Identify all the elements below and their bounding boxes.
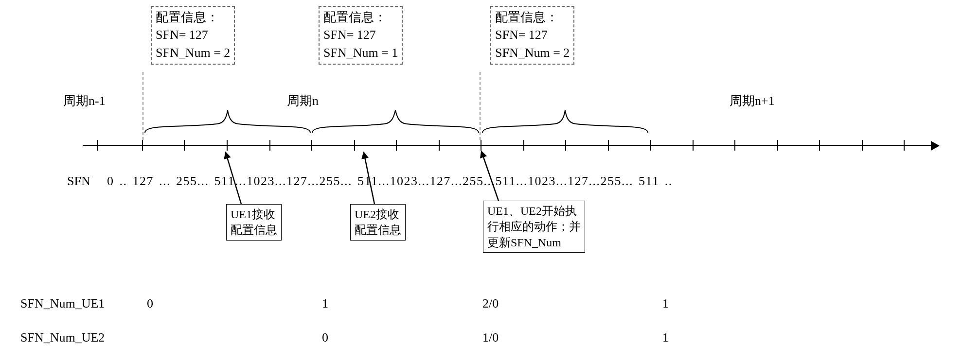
row1-v2: 2/0 (482, 296, 499, 311)
config-sfnnum: SFN_Num = 2 (156, 44, 230, 62)
row1-v1: 1 (322, 296, 328, 311)
pointer-arrow-both (479, 149, 508, 207)
row2-label: SFN_Num_UE2 (20, 330, 105, 345)
config-sfn: SFN= 127 (156, 26, 230, 44)
period-start-divider (143, 72, 143, 140)
event-ue1-line2: 配置信息 (231, 222, 277, 238)
config-title: 配置信息： (495, 9, 570, 26)
brace-1 (144, 109, 311, 134)
period-nplus1-label: 周期n+1 (730, 92, 775, 109)
row1-v0: 0 (147, 296, 153, 311)
arrowhead-right-icon (931, 141, 940, 151)
event-ue2-box: UE2接收 配置信息 (350, 204, 406, 241)
config-sfn: SFN= 127 (323, 26, 398, 44)
event-ue1-line1: UE1接收 (231, 207, 277, 222)
svg-line-1 (364, 153, 374, 204)
period-n-label: 周期n (287, 92, 319, 109)
timeline (83, 136, 939, 155)
svg-line-2 (481, 152, 499, 202)
row2-v0: 0 (322, 330, 328, 345)
event-both-box: UE1、UE2开始执 行相应的动作；并 更新SFN_Num (483, 201, 585, 253)
pointer-arrow-ue1 (222, 150, 251, 208)
config-box-2: 配置信息： SFN= 127 SFN_Num = 1 (319, 6, 403, 65)
period-nminus1-label: 周期n-1 (63, 92, 106, 109)
svg-line-0 (226, 153, 241, 204)
row2-v1: 1/0 (482, 330, 499, 345)
event-both-line3: 更新SFN_Num (487, 235, 581, 250)
row1-label: SFN_Num_UE1 (20, 296, 105, 311)
pointer-arrow-ue2 (360, 150, 384, 208)
config-title: 配置信息： (323, 9, 398, 26)
config-box-1: 配置信息： SFN= 127 SFN_Num = 2 (151, 6, 235, 65)
brace-3 (481, 109, 649, 134)
event-ue1-box: UE1接收 配置信息 (226, 204, 282, 241)
row2-v2: 1 (662, 330, 669, 345)
brace-2 (311, 109, 480, 134)
row1-v3: 1 (662, 296, 669, 311)
config-title: 配置信息： (156, 9, 230, 26)
period-end-divider (480, 72, 481, 140)
event-ue2-line2: 配置信息 (355, 222, 401, 238)
config-sfnnum: SFN_Num = 1 (323, 44, 398, 62)
event-both-line1: UE1、UE2开始执 (487, 203, 581, 219)
sfn-values-strip: 0 .. 127 ... 255... 511...1023...127...2… (107, 174, 673, 189)
event-ue2-line1: UE2接收 (355, 207, 401, 222)
config-sfn: SFN= 127 (495, 26, 570, 44)
config-box-3: 配置信息： SFN= 127 SFN_Num = 2 (490, 6, 574, 65)
event-both-line2: 行相应的动作；并 (487, 219, 581, 234)
sfn-label: SFN (67, 174, 90, 189)
config-sfnnum: SFN_Num = 2 (495, 44, 570, 62)
